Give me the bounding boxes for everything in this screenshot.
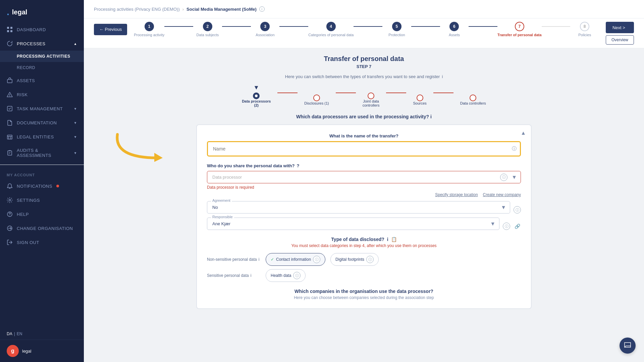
which-companies-sub: Here you can choose between companies se… (207, 295, 521, 300)
sidebar-item-processing-activities[interactable]: PROCESSING ACTIVITIES (0, 51, 84, 62)
step-line-4 (354, 26, 382, 27)
lang-da[interactable]: DA (7, 331, 12, 336)
type-edit-icon[interactable]: 📋 (391, 237, 397, 242)
switch-info-icon[interactable]: i (442, 74, 443, 79)
sidebar-item-risk[interactable]: RISK (0, 87, 84, 102)
step-3[interactable]: 3 Association (251, 22, 280, 37)
box-icon (7, 77, 13, 83)
next-button[interactable]: Next > (606, 22, 634, 33)
tag-contact-info-icon[interactable]: ⓘ (313, 256, 320, 263)
chat-button[interactable] (620, 338, 636, 354)
agreement-info-icon[interactable]: ⓘ (514, 206, 521, 214)
tag-contact-info-label: Contact information (276, 257, 311, 262)
name-input-info-icon[interactable]: ⓘ (508, 146, 520, 152)
sidebar: . legal DASHBOARD PROCESSES ▲ PROCESSING… (0, 0, 84, 362)
step-5[interactable]: 5 Protection (382, 22, 411, 37)
tab-data-controllers-label: Data controllers (460, 101, 486, 105)
breadcrumb-info-icon[interactable]: i (259, 6, 265, 12)
svg-rect-1 (10, 27, 12, 29)
sidebar-item-notifications[interactable]: NOTIFICATIONS (0, 179, 84, 193)
transfer-tabs: ▼ Data processors (2) Disclosures (1) Jo… (94, 84, 634, 107)
step-4[interactable]: 4 Categories of personal data (308, 22, 354, 37)
tag-digital-footprints-icon[interactable]: ⓘ (366, 256, 374, 263)
sidebar-item-audits[interactable]: AUDITS & ASSESSMENTS ▼ (0, 144, 84, 162)
sensitive-info-icon[interactable]: i (251, 273, 252, 278)
name-input[interactable] (208, 142, 508, 156)
lang-en[interactable]: EN (17, 331, 22, 336)
tag-health-data-icon[interactable]: ⓘ (293, 272, 301, 279)
sidebar-item-documentation[interactable]: DOCUMENTATION ▼ (0, 116, 84, 130)
step-1[interactable]: 1 Processing activity (134, 22, 164, 37)
breadcrumb-parent[interactable]: Processing activities (Privacy ENG (DEMO… (94, 7, 180, 12)
non-sensitive-info-icon[interactable]: i (259, 257, 260, 262)
chevron-down-icon: ▼ (74, 107, 77, 111)
tab-joint-circle[interactable] (368, 93, 374, 99)
type-info-icon[interactable]: i (387, 237, 388, 242)
svg-marker-16 (154, 153, 163, 162)
svg-rect-4 (7, 79, 12, 83)
share-icon[interactable]: ? (297, 163, 299, 168)
step-label-center: STEP 7 (94, 64, 634, 69)
tab-joint-label: Joint data controllers (363, 99, 380, 107)
responsible-edit-button[interactable]: 🔗 (514, 223, 521, 230)
avatar: g (7, 345, 19, 357)
sidebar-item-dashboard[interactable]: DASHBOARD (0, 22, 84, 37)
tab-disclosures-circle[interactable] (313, 95, 320, 101)
sidebar-item-task-management[interactable]: TASK MANAGEMENT ▼ (0, 102, 84, 116)
step-3-circle: 3 (260, 22, 270, 31)
app-logo[interactable]: . legal (0, 0, 84, 22)
tag-health-data[interactable]: Health data ⓘ (266, 269, 306, 282)
tab-line-4 (433, 93, 453, 93)
responsible-select[interactable]: Ane Kjær (207, 218, 499, 230)
link-row: Specify storage location Create new comp… (207, 192, 521, 197)
step-2-circle: 2 (203, 22, 212, 31)
tab-data-controllers-circle[interactable] (470, 95, 476, 101)
svg-rect-2 (7, 30, 9, 32)
sidebar-item-settings[interactable]: SETTINGS (0, 193, 84, 207)
create-company-link[interactable]: Create new company (483, 192, 521, 197)
processors-info-icon[interactable]: i (430, 114, 432, 119)
sidebar-item-label: PROCESSES (17, 41, 45, 46)
step-7[interactable]: 7 Transfer of personal data (497, 22, 541, 37)
tab-line-2 (336, 93, 356, 93)
tag-digital-footprints[interactable]: Digital footprints ⓘ (330, 253, 379, 266)
specify-storage-link[interactable]: Specify storage location (435, 192, 478, 197)
file-icon (7, 120, 13, 126)
name-question-label: What is the name of the transfer? (207, 133, 521, 138)
responsible-row: Responsible Ane Kjær ▼ ⓘ 🔗 (207, 218, 521, 230)
sidebar-item-help[interactable]: HELP (0, 207, 84, 221)
previous-button[interactable]: ← Previous (94, 24, 127, 35)
step-2-label: Data subjects (197, 33, 219, 37)
name-input-wrapper: ⓘ (207, 141, 521, 157)
collapse-button[interactable]: ▲ (521, 130, 526, 136)
sidebar-item-legal-entities[interactable]: LEGAL ENTITIES ▼ (0, 130, 84, 144)
responsible-info-icon[interactable]: ⓘ (503, 223, 510, 230)
sidebar-item-processes[interactable]: PROCESSES ▲ (0, 37, 84, 51)
step-2-num: 2 (207, 24, 209, 29)
tab-data-processors-label: Data processors (2) (242, 99, 271, 107)
tag-health-data-label: Health data (271, 273, 291, 278)
tab-sources-circle[interactable] (417, 95, 423, 101)
share-select-info-icon[interactable]: ⓘ (500, 174, 507, 181)
sidebar-item-sign-out[interactable]: SIGN OUT (0, 235, 84, 249)
sidebar-item-change-org[interactable]: CHANGE ORGANISATION (0, 221, 84, 235)
step-8[interactable]: 8 Policies (570, 22, 599, 37)
svg-point-12 (9, 199, 11, 201)
refresh-icon (7, 41, 13, 47)
responsible-label: Responsible (211, 215, 234, 219)
share-select[interactable]: Data processor (207, 171, 521, 183)
account-section-label: MY ACCOUNT (0, 168, 84, 179)
agreement-select[interactable]: No (207, 201, 510, 214)
sidebar-item-label: LEGAL ENTITIES (17, 134, 54, 139)
tag-contact-info[interactable]: ✓ Contact information ⓘ (266, 253, 325, 266)
step-6[interactable]: 6 Assets (440, 22, 469, 37)
content-area: Transfer of personal data STEP 7 Here yo… (84, 48, 644, 362)
yellow-arrow-annotation (111, 131, 171, 173)
sidebar-item-record[interactable]: RECORD (0, 62, 84, 73)
step-3-label: Association (256, 33, 274, 37)
tab-disclosures-label: Disclosures (1) (304, 101, 329, 105)
overview-button[interactable]: Overview (606, 35, 634, 45)
tab-data-processors-circle[interactable] (253, 93, 260, 99)
sidebar-item-assets[interactable]: ASSETS (0, 73, 84, 87)
step-2[interactable]: 2 Data subjects (193, 22, 222, 37)
